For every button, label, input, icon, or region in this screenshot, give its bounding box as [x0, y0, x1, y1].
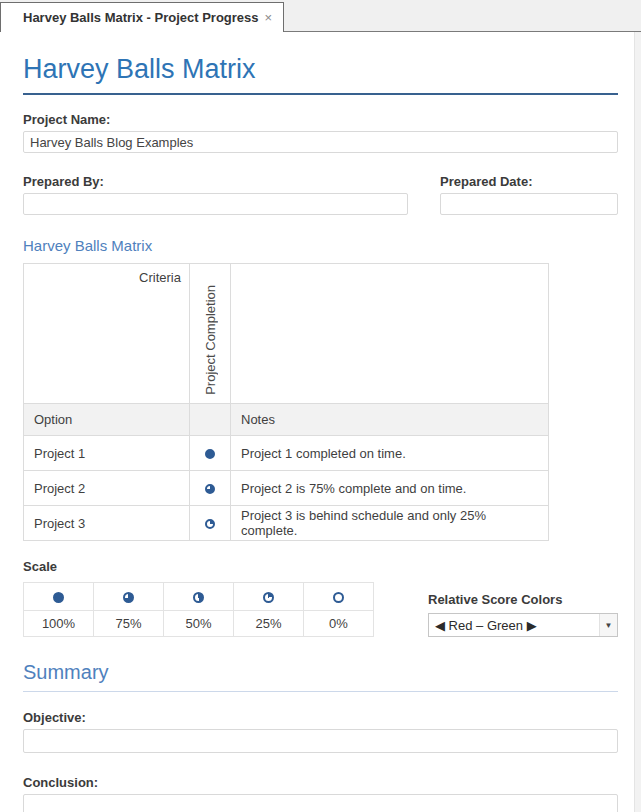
prepared-date-input[interactable]: [440, 193, 618, 215]
objective-input[interactable]: [23, 729, 618, 753]
header-spacer-cell: [231, 264, 549, 404]
page-title: Harvey Balls Matrix: [23, 53, 618, 85]
scale-percent-label: 50%: [164, 611, 234, 637]
relative-score-colors-block: Relative Score Colors ◀ Red – Green ▶ ▼: [428, 590, 618, 637]
project-name-field-group: Project Name:: [23, 112, 618, 153]
objective-label: Objective:: [23, 710, 618, 725]
prepared-date-label: Prepared Date:: [440, 174, 618, 189]
harvey-ball-icon: [333, 592, 344, 603]
scale-and-colors-row: Scale 100%75%50%25%0% Relative Score Col…: [23, 557, 618, 637]
scale-percent-label: 25%: [234, 611, 304, 637]
notes-cell: Project 1 completed on time.: [231, 436, 549, 471]
harvey-ball-cell-75[interactable]: [190, 471, 231, 506]
scale-block: Scale 100%75%50%25%0%: [23, 557, 374, 637]
relative-score-colors-label: Relative Score Colors: [428, 592, 562, 607]
scrollbar-track[interactable]: [634, 32, 641, 812]
harvey-ball-cell-100[interactable]: [190, 436, 231, 471]
score-colors-dropdown-value: ◀ Red – Green ▶: [435, 618, 537, 633]
notes-cell: Project 2 is 75% complete and on time.: [231, 471, 549, 506]
tab-title: Harvey Balls Matrix - Project Progress: [23, 10, 259, 25]
table-row: Project 2Project 2 is 75% complete and o…: [24, 471, 549, 506]
notes-cell: Project 3 is behind schedule and only 25…: [231, 506, 549, 541]
prepared-date-field-group: Prepared Date:: [440, 174, 618, 215]
scale-percent-label: 100%: [24, 611, 94, 637]
criteria-header-row: Criteria Project Completion: [24, 264, 549, 404]
scale-percent-row: 100%75%50%25%0%: [24, 611, 374, 637]
form-content: Harvey Balls Matrix Project Name: Prepar…: [0, 53, 641, 812]
harvey-balls-matrix-table: Criteria Project Completion Option Notes…: [23, 263, 549, 541]
matrix-section-title: Harvey Balls Matrix: [23, 237, 618, 254]
project-name-label: Project Name:: [23, 112, 618, 127]
prepared-by-input[interactable]: [23, 193, 408, 215]
ball-header-cell: [190, 404, 231, 436]
option-cell: Project 3: [24, 506, 190, 541]
prepared-by-label: Prepared By:: [23, 174, 408, 189]
option-cell: Project 2: [24, 471, 190, 506]
prepared-row: Prepared By: Prepared Date:: [23, 174, 618, 215]
criteria-header-cell: Criteria: [24, 264, 190, 404]
table-row: Project 1Project 1 completed on time.: [24, 436, 549, 471]
scale-ball-row: [24, 583, 374, 611]
harvey-ball-icon: [193, 592, 204, 603]
rotated-column-label: Project Completion: [203, 285, 218, 395]
harvey-ball-icon: [205, 449, 215, 459]
scale-ball-100: [24, 583, 94, 611]
option-header-row: Option Notes: [24, 404, 549, 436]
conclusion-input[interactable]: [23, 794, 618, 812]
summary-section-title: Summary: [23, 661, 618, 684]
conclusion-field-group: Conclusion:: [23, 775, 618, 812]
option-cell: Project 1: [24, 436, 190, 471]
harvey-ball-icon: [205, 484, 215, 494]
scale-ball-75: [94, 583, 164, 611]
criteria-column-header-cell: Project Completion: [190, 264, 231, 404]
scale-ball-25: [234, 583, 304, 611]
scale-label: Scale: [23, 559, 57, 574]
harvey-ball-icon: [123, 592, 134, 603]
chevron-down-icon[interactable]: ▼: [599, 614, 617, 636]
scale-percent-label: 0%: [304, 611, 374, 637]
matrix-rows: Project 1Project 1 completed on time.Pro…: [24, 436, 549, 541]
project-name-input[interactable]: [23, 131, 618, 153]
close-icon[interactable]: ×: [262, 11, 274, 24]
title-divider: [23, 93, 618, 95]
harvey-ball-cell-25[interactable]: [190, 506, 231, 541]
harvey-ball-icon: [205, 519, 215, 529]
scale-ball-50: [164, 583, 234, 611]
harvey-ball-icon: [53, 592, 64, 603]
tab-bar: Harvey Balls Matrix - Project Progress ×: [0, 0, 641, 32]
prepared-by-field-group: Prepared By:: [23, 174, 408, 215]
score-colors-dropdown[interactable]: ◀ Red – Green ▶ ▼: [428, 613, 618, 637]
app-window: Harvey Balls Matrix - Project Progress ×…: [0, 0, 641, 812]
table-row: Project 3Project 3 is behind schedule an…: [24, 506, 549, 541]
tab-harvey-balls-matrix[interactable]: Harvey Balls Matrix - Project Progress ×: [0, 2, 284, 32]
notes-header-cell: Notes: [231, 404, 549, 436]
objective-field-group: Objective:: [23, 710, 618, 753]
scale-percent-label: 75%: [94, 611, 164, 637]
scale-ball-0: [304, 583, 374, 611]
summary-divider: [23, 691, 618, 692]
conclusion-label: Conclusion:: [23, 775, 618, 790]
scale-table: 100%75%50%25%0%: [23, 582, 374, 637]
harvey-ball-icon: [263, 592, 274, 603]
option-header-cell: Option: [24, 404, 190, 436]
